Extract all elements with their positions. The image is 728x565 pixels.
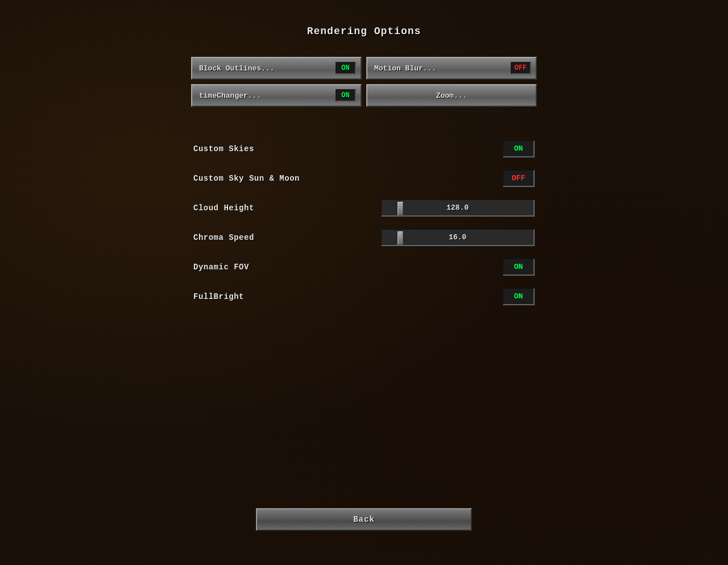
block-outlines-label: Block Outlines...: [199, 64, 336, 73]
custom-skies-toggle[interactable]: ON: [503, 140, 535, 157]
chroma-speed-track: [382, 230, 533, 245]
block-outlines-toggle: ON: [336, 62, 356, 74]
page-container: Rendering Options Block Outlines... ON M…: [0, 0, 728, 565]
fullbright-label: FullBright: [193, 292, 244, 301]
custom-skies-row: Custom Skies ON: [193, 134, 535, 164]
chroma-speed-control: 16.0: [381, 229, 535, 246]
custom-skies-control: ON: [503, 140, 535, 157]
cloud-height-handle[interactable]: [398, 202, 403, 215]
back-button-container: Back: [256, 508, 472, 531]
settings-section: Custom Skies ON Custom Sky Sun & Moon OF…: [193, 134, 535, 311]
time-changer-toggle: ON: [336, 89, 356, 102]
custom-sky-sun-moon-row: Custom Sky Sun & Moon OFF: [193, 164, 535, 193]
custom-skies-label: Custom Skies: [193, 144, 254, 153]
time-changer-label: timeChanger...: [199, 92, 336, 100]
cloud-height-row: Cloud Height 128.0: [193, 193, 535, 223]
motion-blur-label: Motion Blur...: [374, 64, 511, 73]
cloud-height-slider[interactable]: 128.0: [381, 200, 535, 217]
chroma-speed-row: Chroma Speed 16.0: [193, 223, 535, 252]
page-title: Rendering Options: [307, 26, 421, 37]
time-changer-button[interactable]: timeChanger... ON: [191, 84, 362, 107]
block-outlines-button[interactable]: Block Outlines... ON: [191, 57, 362, 80]
fullbright-toggle[interactable]: ON: [503, 288, 535, 305]
cloud-height-track: [382, 200, 533, 215]
back-button[interactable]: Back: [256, 508, 472, 531]
dynamic-fov-row: Dynamic FOV ON: [193, 252, 535, 282]
custom-sky-sun-moon-control: OFF: [503, 170, 535, 187]
top-buttons-grid: Block Outlines... ON Motion Blur... OFF …: [191, 57, 537, 107]
chroma-speed-slider[interactable]: 16.0: [381, 229, 535, 246]
chroma-speed-handle[interactable]: [398, 231, 403, 245]
chroma-speed-label: Chroma Speed: [193, 233, 254, 242]
motion-blur-toggle: OFF: [511, 62, 531, 74]
zoom-label: Zoom...: [436, 92, 468, 100]
cloud-height-label: Cloud Height: [193, 203, 254, 213]
fullbright-row: FullBright ON: [193, 282, 535, 311]
cloud-height-control: 128.0: [381, 200, 535, 217]
zoom-button[interactable]: Zoom...: [366, 84, 537, 107]
motion-blur-button[interactable]: Motion Blur... OFF: [366, 57, 537, 80]
dynamic-fov-control: ON: [503, 259, 535, 276]
custom-sky-sun-moon-label: Custom Sky Sun & Moon: [193, 174, 300, 183]
dynamic-fov-toggle[interactable]: ON: [503, 259, 535, 276]
fullbright-control: ON: [503, 288, 535, 305]
dynamic-fov-label: Dynamic FOV: [193, 263, 249, 272]
custom-sky-sun-moon-toggle[interactable]: OFF: [503, 170, 535, 187]
